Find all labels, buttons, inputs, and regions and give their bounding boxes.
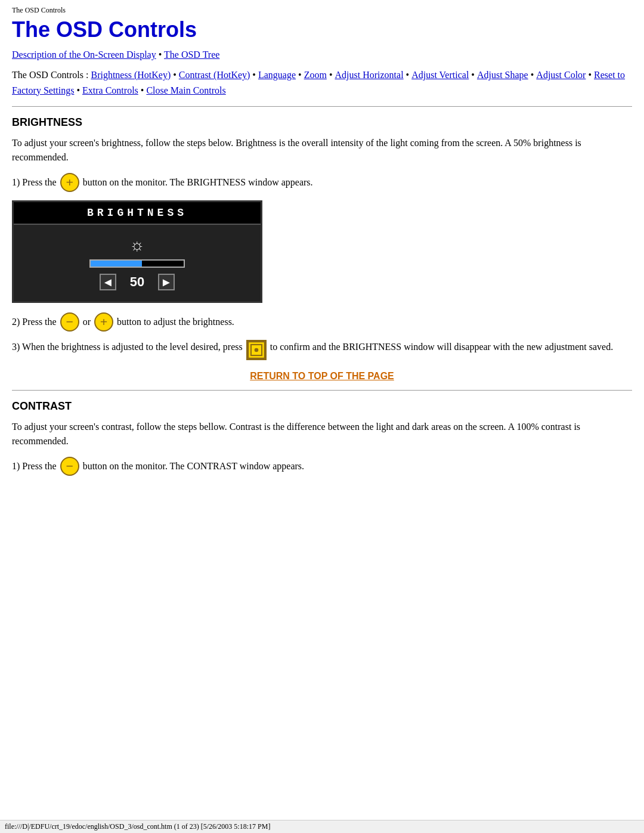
confirm-button xyxy=(246,340,267,360)
minus-button-step2: − xyxy=(60,312,79,332)
svg-point-2 xyxy=(254,348,258,352)
osd-right-arrow: ► xyxy=(158,274,175,290)
contrast-step1-post: button on the monitor. The CONTRAST wind… xyxy=(83,459,304,473)
page-title: The OSD Controls xyxy=(12,17,632,42)
toc-link-close[interactable]: Close Main Controls xyxy=(146,85,225,95)
toc-prefix: The OSD Controls : xyxy=(12,70,91,80)
brightness-title: BRIGHTNESS xyxy=(12,116,632,129)
toc-link-contrast[interactable]: Contrast (HotKey) xyxy=(179,70,250,80)
osd-display: BRIGHTNESS ☼ ◄ 50 ► xyxy=(12,200,262,303)
toc-link-language[interactable]: Language xyxy=(258,70,296,80)
divider-2 xyxy=(12,390,632,391)
osd-content: ☼ ◄ 50 ► xyxy=(14,225,261,301)
brightness-step1: 1) Press the + button on the monitor. Th… xyxy=(12,173,632,192)
brightness-step2: 2) Press the − or + button to adjust the… xyxy=(12,312,632,332)
toc-link-adjust-color[interactable]: Adjust Color xyxy=(536,70,586,80)
step2-post-text: button to adjust the brightness. xyxy=(117,315,234,329)
osd-left-arrow: ◄ xyxy=(100,274,116,290)
step3-post-text: to confirm and the BRIGHTNESS window wil… xyxy=(270,340,613,354)
toc-link-extra[interactable]: Extra Controls xyxy=(82,85,138,95)
contrast-step1: 1) Press the − button on the monitor. Th… xyxy=(12,457,632,476)
plus-button-step1: + xyxy=(60,173,79,192)
step2-pre-text: 2) Press the xyxy=(12,315,57,329)
osd-sun-icon: ☼ xyxy=(129,236,145,255)
plus-button-step2: + xyxy=(94,312,113,332)
brightness-section: BRIGHTNESS To adjust your screen's brigh… xyxy=(12,116,632,360)
brightness-description: To adjust your screen's brightness, foll… xyxy=(12,136,632,165)
confirm-icon xyxy=(248,340,265,360)
brightness-step3: 3) When the brightness is adjusted to th… xyxy=(12,340,632,360)
step1-post-text: button on the monitor. The BRIGHTNESS wi… xyxy=(83,175,313,190)
toc-link-brightness[interactable]: Brightness (HotKey) xyxy=(91,70,171,80)
osd-progress-bar xyxy=(89,259,185,268)
nav-link-osd-tree[interactable]: The OSD Tree xyxy=(164,49,219,60)
contrast-title: CONTRAST xyxy=(12,400,632,413)
toc-link-adjust-vertical[interactable]: Adjust Vertical xyxy=(411,70,469,80)
toc-link-adjust-shape[interactable]: Adjust Shape xyxy=(477,70,528,80)
contrast-description: To adjust your screen's contrast, follow… xyxy=(12,420,632,448)
contrast-section: CONTRAST To adjust your screen's contras… xyxy=(12,400,632,476)
browser-tab: The OSD Controls xyxy=(12,6,632,15)
step3-pre-text: 3) When the brightness is adjusted to th… xyxy=(12,340,243,354)
osd-controls-row: ◄ 50 ► xyxy=(100,274,175,290)
contrast-step1-pre: 1) Press the xyxy=(12,459,57,473)
return-link[interactable]: RETURN TO TOP OF THE PAGE xyxy=(250,371,394,381)
toc-link-adjust-horizontal[interactable]: Adjust Horizontal xyxy=(335,70,403,80)
osd-title-bar: BRIGHTNESS xyxy=(14,202,261,225)
nav-links: Description of the On-Screen Display • T… xyxy=(12,49,632,60)
divider-1 xyxy=(12,106,632,107)
minus-button-contrast: − xyxy=(60,457,79,476)
toc-link-zoom[interactable]: Zoom xyxy=(304,70,327,80)
nav-link-description[interactable]: Description of the On-Screen Display xyxy=(12,49,156,60)
osd-value: 50 xyxy=(128,274,146,290)
return-to-top: RETURN TO TOP OF THE PAGE xyxy=(12,371,632,382)
step2-mid-text: or xyxy=(83,315,91,329)
toc-line: The OSD Controls : Brightness (HotKey)•C… xyxy=(12,67,632,98)
step1-pre-text: 1) Press the xyxy=(12,175,57,190)
osd-bar-fill xyxy=(91,261,142,267)
